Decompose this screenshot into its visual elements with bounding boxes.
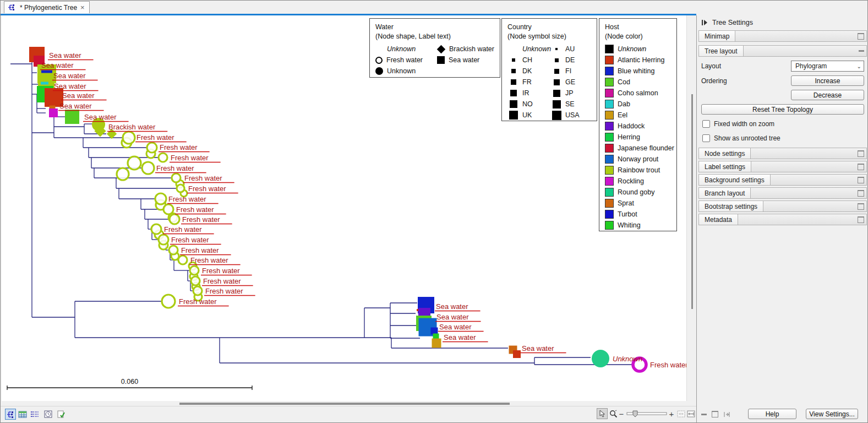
section-label-settings[interactable]: Label settings [698,161,867,172]
tree-leaf-label: Fresh water [181,246,219,254]
restore-icon[interactable] [858,164,864,170]
legend-country: Country (Node symbol size) UnknownCHDKFR… [501,18,597,121]
tree-node-square [49,109,58,117]
restore-icon[interactable] [858,216,864,223]
section-metadata[interactable]: Metadata [698,214,867,225]
tree-view-icon[interactable] [5,409,16,420]
tree-leaf-label: Fresh water [188,185,226,193]
legend-item-label: Unknown [522,45,551,53]
legend-item-label: Sea water [449,56,479,64]
legend-item-label: Rainbow trout [618,166,660,174]
legend-item-label: SE [565,100,575,108]
tree-node-open-circle [162,295,175,308]
zoom-out-icon[interactable]: − [618,408,625,419]
tab-title: * Phylogenetic Tree [20,4,77,12]
legend-water-title: Water [375,23,500,31]
diamond-symbol [437,45,446,53]
restore-icon[interactable] [858,150,864,157]
minimize-icon[interactable] [859,50,864,52]
layout-select[interactable]: Phylogram ⌄ [791,61,864,72]
section-bootstrap-settings[interactable]: Bootstrap settings [698,200,867,212]
legend-item: Coho salmon [605,88,676,99]
vertical-scrollbar-thumb[interactable] [691,94,693,309]
sidebar-title: Tree Settings [712,19,753,26]
zoom-in-icon[interactable]: + [668,408,675,419]
legend-item-label: Eel [618,111,627,119]
tree-leaf-label: Fresh water [176,205,214,214]
section-label: Metadata [699,214,738,225]
dock-panel-icon[interactable] [723,411,730,417]
restore-icon[interactable] [858,177,864,183]
legend-country-title: Country [507,23,597,31]
tree-leaf-label: Fresh water [156,164,194,172]
tree-leaf-label: Fresh water [184,174,222,182]
horizontal-scrollbar-thumb[interactable] [179,403,510,405]
legend-item: Rainbow trout [605,165,676,176]
layout-select-value: Phylogram [795,62,857,70]
horizontal-scrollbar[interactable] [2,401,686,406]
restore-icon[interactable] [858,203,864,210]
increase-button[interactable]: Increase [791,75,864,86]
legend-item: Japanese flounder [605,143,676,154]
tree-node-open-circle [155,193,166,204]
legend-item-label: Haddock [618,122,645,130]
tree-leaf-label: Sea water [436,302,468,311]
fixed-width-label: Fixed width on zoom [714,120,774,128]
alignment-view-icon[interactable] [29,409,40,420]
legend-item: Cod [605,77,676,88]
legend-item: Haddock [605,121,676,132]
help-button[interactable]: Help [748,409,796,419]
legend-item: FI [552,66,597,77]
restore-sidebar-icon[interactable] [712,411,718,417]
legend-item: Rockling [605,176,676,187]
view-settings-button[interactable]: View Settings... [806,409,858,419]
color-swatch [605,122,614,131]
color-swatch [605,100,614,109]
legend-item: Turbot [605,209,676,220]
legend-item: Round goby [605,187,676,198]
cursor-icon[interactable] [597,408,608,419]
legend-item-label: FI [565,67,571,75]
legend-item: Sea water [437,55,500,66]
unrooted-tree-checkbox[interactable] [702,134,710,142]
fit-width-icon[interactable] [676,408,686,419]
filled-circle-symbol [375,67,383,75]
section-tree-layout[interactable]: Tree layout [698,45,867,57]
color-swatch [605,133,614,142]
decrease-button[interactable]: Decrease [791,90,864,100]
legend-item-label: Brackish water [449,45,494,53]
element-info-icon[interactable] [56,409,67,420]
legend-item-label: Unknown [387,67,416,75]
zoom-100-icon[interactable] [686,408,696,419]
legend-item: Blue whiting [605,66,676,77]
restore-icon[interactable] [858,190,864,197]
section-minimap[interactable]: Minimap [698,30,867,42]
restore-icon[interactable] [858,33,864,40]
minimize-sidebar-icon[interactable] [701,414,707,415]
section-node-settings[interactable]: Node settings [698,148,867,159]
legend-item-label: Atlantic Herring [618,56,664,64]
legend-item-label: NO [522,100,533,108]
reset-tree-topology-button[interactable]: Reset Tree Topology [701,104,864,115]
history-view-icon[interactable] [42,409,53,420]
fixed-width-checkbox[interactable] [702,120,710,128]
zoom-slider[interactable] [626,408,667,419]
legend-item-label: Unknown [387,45,416,53]
section-background-settings[interactable]: Background settings [698,174,867,186]
tab-close-icon[interactable]: × [80,4,85,11]
tab-phylogenetic-tree[interactable]: * Phylogenetic Tree × [4,1,90,13]
tree-canvas[interactable]: Sea waterSea waterSea waterSea waterSea … [2,15,686,401]
legend-item-label: USA [565,111,580,119]
legend-item: Brackish water [437,44,500,55]
legend-country-subtitle: (Node symbol size) [507,32,597,40]
table-view-icon[interactable] [17,409,28,420]
sidebar-bottom-bar: Help View Settings... [697,409,868,421]
tree-leaf-label: Sea water [84,113,117,121]
legend-item: Unknown [605,44,676,55]
collapse-panel-icon[interactable] [701,19,708,26]
square-symbol [555,58,559,62]
section-branch-layout[interactable]: Branch layout [698,187,867,199]
legend-host-title: Host [605,23,676,31]
vertical-scrollbar[interactable] [686,15,696,401]
zoom-magnifier-icon[interactable] [608,408,618,419]
